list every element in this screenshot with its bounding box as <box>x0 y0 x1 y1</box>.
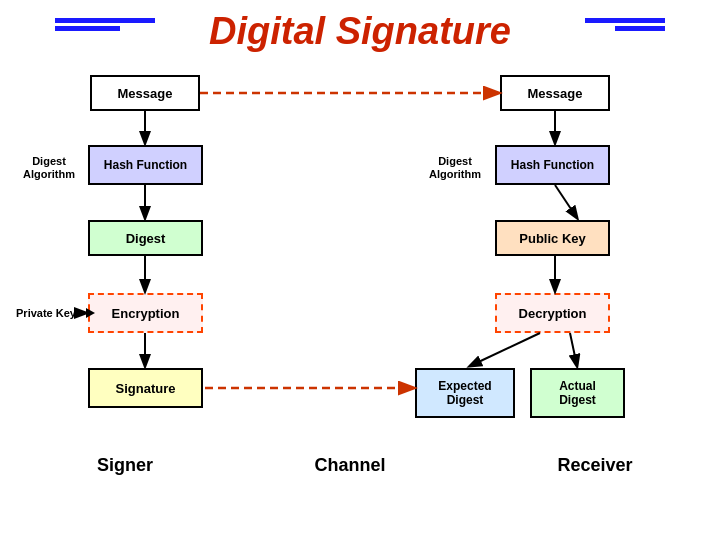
svg-line-8 <box>470 333 540 366</box>
private-key-label: Private Key <box>10 296 82 332</box>
public-key-box: Public Key <box>495 220 610 256</box>
receiver-label: Receiver <box>530 450 660 480</box>
actual-digest-box: Actual Digest <box>530 368 625 418</box>
hash-function-box-left: Hash Function <box>88 145 203 185</box>
svg-line-9 <box>570 333 577 366</box>
encryption-box: Encryption <box>88 293 203 333</box>
signer-label: Signer <box>60 450 190 480</box>
svg-line-6 <box>555 185 577 218</box>
title-bar-right <box>585 18 665 23</box>
digest-algorithm-label-right: Digest Algorithm <box>420 148 490 188</box>
expected-digest-box: Expected Digest <box>415 368 515 418</box>
title-bar-left2 <box>55 26 120 31</box>
digest-box: Digest <box>88 220 203 256</box>
hash-function-box-right: Hash Function <box>495 145 610 185</box>
channel-label: Channel <box>285 450 415 480</box>
title-bar-left <box>55 18 155 23</box>
signature-box: Signature <box>88 368 203 408</box>
message-box-left: Message <box>90 75 200 111</box>
decryption-box: Decryption <box>495 293 610 333</box>
digest-algorithm-label-left: Digest Algorithm <box>14 148 84 188</box>
page-title: Digital Signature <box>0 10 720 53</box>
message-box-right: Message <box>500 75 610 111</box>
title-bar-right2 <box>615 26 665 31</box>
